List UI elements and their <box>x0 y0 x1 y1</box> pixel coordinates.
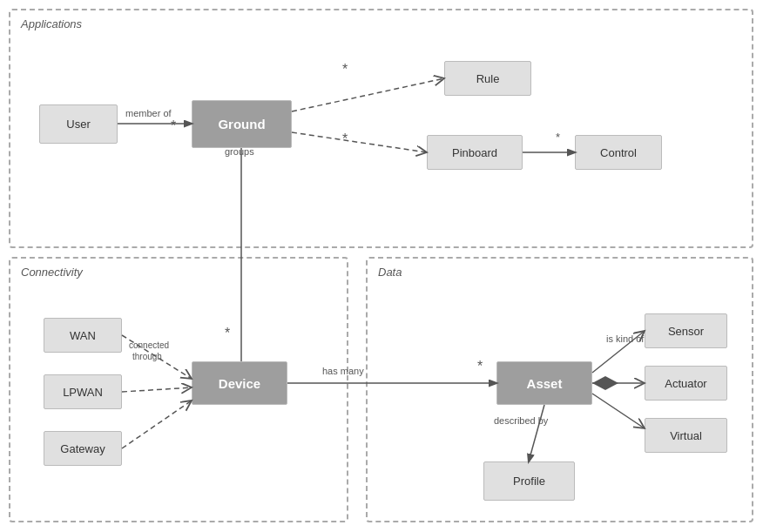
node-lpwan: LPWAN <box>44 374 122 409</box>
node-pinboard: Pinboard <box>427 135 523 170</box>
node-device: Device <box>192 361 287 405</box>
node-wan: WAN <box>44 318 122 353</box>
node-actuator: Actuator <box>645 366 727 401</box>
node-asset: Asset <box>496 361 592 405</box>
connectivity-label: Connectivity <box>21 266 83 279</box>
node-user: User <box>39 104 118 144</box>
node-virtual: Virtual <box>645 418 727 453</box>
node-gateway: Gateway <box>44 431 122 466</box>
section-applications: Applications <box>9 9 753 248</box>
diagram-container: Applications Connectivity Data User Grou… <box>0 0 763 532</box>
data-label: Data <box>378 266 402 279</box>
node-rule: Rule <box>444 61 531 96</box>
node-control: Control <box>575 135 662 170</box>
node-profile: Profile <box>483 461 575 501</box>
applications-label: Applications <box>21 17 82 30</box>
node-sensor: Sensor <box>645 313 727 348</box>
node-ground: Ground <box>192 100 292 148</box>
